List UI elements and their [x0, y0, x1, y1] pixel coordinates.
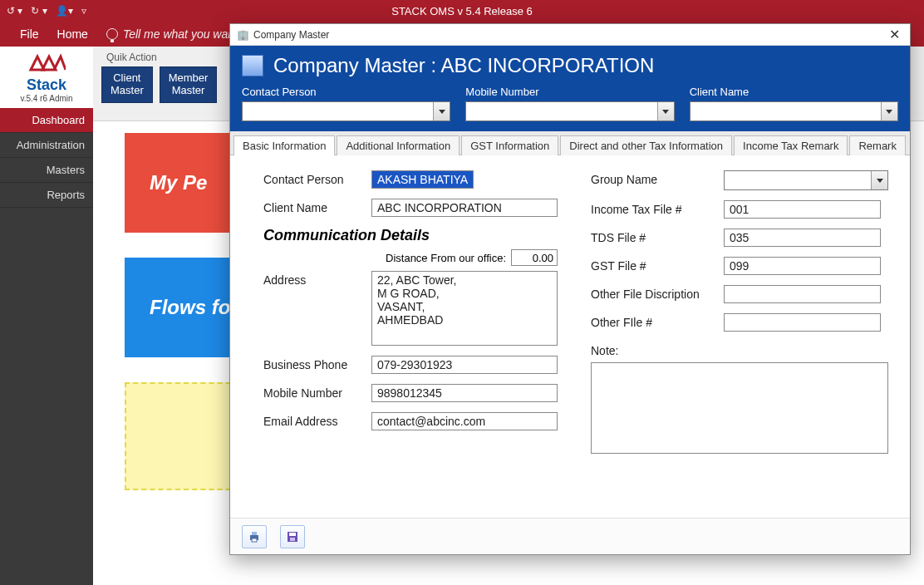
lightbulb-icon	[106, 28, 118, 40]
tab-strip: Basic Information Additional Information…	[230, 131, 910, 155]
client-name-label: Client Name	[263, 199, 363, 214]
note-label: Note:	[591, 342, 888, 357]
svg-rect-5	[290, 538, 295, 541]
income-tax-file-label: Income Tax File #	[591, 200, 715, 216]
filter-client-combo[interactable]	[690, 101, 898, 121]
dialog-footer	[230, 518, 910, 554]
tds-file-field[interactable]	[724, 229, 881, 247]
tab-additional-information[interactable]: Additional Information	[337, 135, 460, 155]
side-nav: Dashboard Administration Masters Reports	[0, 108, 93, 208]
user-icon[interactable]: 👤▾	[56, 5, 73, 17]
svg-rect-2	[252, 538, 257, 542]
card-blue-text: Flows for	[150, 296, 238, 319]
email-address-field[interactable]	[371, 412, 558, 430]
brand-block: Stack v.5.4 r6 Admin	[0, 47, 93, 108]
gst-file-field[interactable]	[724, 257, 881, 275]
tab-gst-information[interactable]: GST Information	[461, 135, 558, 155]
dialog-titlebar: 🏢 Company Master ✕	[230, 24, 910, 46]
filter-contact-combo[interactable]	[242, 101, 450, 121]
mobile-number-field[interactable]	[371, 384, 558, 402]
tellme-label: Tell me what you wan	[123, 27, 234, 41]
ribbon-home[interactable]: Home	[57, 27, 88, 41]
brand-name: Stack	[0, 76, 93, 94]
address-field[interactable]	[371, 271, 558, 346]
quick-access-toolbar: ↺ ▾ ↻ ▾ 👤▾ ▿	[0, 5, 86, 17]
mobile-number-label: Mobile Number	[263, 384, 363, 400]
card-red-text: My Pe	[150, 171, 207, 194]
dialog-window-title: Company Master	[253, 29, 329, 41]
tds-file-label: TDS File #	[591, 229, 715, 244]
client-master-l1: Client	[111, 72, 144, 85]
income-tax-file-field[interactable]	[724, 200, 881, 219]
other-file-field[interactable]	[724, 313, 881, 332]
chevron-down-icon[interactable]	[433, 102, 450, 120]
building-icon	[242, 55, 263, 76]
filter-client-label: Client Name	[690, 86, 898, 98]
ribbon-file[interactable]: File	[20, 27, 39, 41]
client-master-button[interactable]: Client Master	[101, 66, 153, 103]
app-titlebar: ↺ ▾ ↻ ▾ 👤▾ ▿ STACK OMS v 5.4 Release 6	[0, 0, 924, 22]
client-name-field[interactable]	[371, 199, 558, 217]
nav-dashboard[interactable]: Dashboard	[0, 108, 93, 133]
distance-field[interactable]	[511, 249, 558, 266]
chevron-down-icon[interactable]	[657, 102, 674, 120]
contact-person-label: Contact Person	[263, 170, 363, 186]
member-master-l1: Member	[169, 72, 209, 85]
undo-icon[interactable]: ↺ ▾	[7, 5, 22, 17]
filter-client-input[interactable]	[691, 102, 881, 120]
dialog-header: Company Master : ABC INCORPORATION Conta…	[230, 46, 910, 131]
contact-person-field[interactable]: AKASH BHATIYA	[371, 170, 474, 189]
filter-mobile-combo[interactable]	[465, 101, 674, 121]
tab-body: Contact Person AKASH BHATIYA Client Name…	[230, 155, 910, 518]
form-right-column: Group Name Income Tax File # TDS File # …	[591, 170, 888, 464]
form-left-column: Contact Person AKASH BHATIYA Client Name…	[263, 170, 558, 464]
note-field[interactable]	[591, 362, 888, 454]
dialog-heading: Company Master : ABC INCORPORATION	[273, 54, 654, 77]
group-name-combo[interactable]	[724, 170, 888, 190]
dialog-app-icon: 🏢	[237, 29, 248, 41]
client-master-l2: Master	[111, 85, 144, 97]
qat-overflow-icon[interactable]: ▿	[81, 5, 86, 17]
member-master-button[interactable]: Member Master	[160, 66, 218, 103]
other-file-desc-field[interactable]	[724, 285, 881, 303]
tab-remark[interactable]: Remark	[849, 135, 906, 155]
dialog-heading-row: Company Master : ABC INCORPORATION	[242, 54, 898, 77]
filter-contact-label: Contact Person	[242, 86, 450, 98]
filter-mobile-input[interactable]	[466, 102, 656, 120]
svg-rect-4	[289, 533, 296, 536]
tab-income-tax-remark[interactable]: Income Tax Remark	[734, 135, 848, 155]
stack-logo-icon	[27, 53, 66, 76]
redo-icon[interactable]: ↻ ▾	[31, 5, 47, 17]
app-title: STACK OMS v 5.4 Release 6	[391, 5, 533, 17]
nav-fill	[0, 208, 93, 585]
company-master-dialog: 🏢 Company Master ✕ Company Master : ABC …	[229, 23, 911, 555]
email-address-label: Email Address	[263, 412, 363, 428]
group-name-label: Group Name	[591, 170, 715, 186]
filter-mobile-label: Mobile Number	[465, 86, 674, 98]
filter-row: Contact Person Mobile Number Client Name	[242, 86, 898, 121]
save-button[interactable]	[280, 525, 305, 548]
filter-contact-input[interactable]	[243, 102, 433, 120]
business-phone-field[interactable]	[371, 356, 558, 374]
dialog-close-button[interactable]: ✕	[885, 26, 903, 44]
nav-administration[interactable]: Administration	[0, 133, 93, 158]
ribbon-tellme[interactable]: Tell me what you wan	[106, 27, 234, 41]
business-phone-label: Business Phone	[263, 356, 363, 371]
svg-rect-1	[252, 532, 257, 535]
nav-masters[interactable]: Masters	[0, 158, 93, 183]
address-label: Address	[263, 271, 363, 287]
other-file-desc-label: Other File Discription	[591, 285, 715, 301]
tab-basic-information[interactable]: Basic Information	[233, 135, 335, 155]
print-button[interactable]	[242, 525, 267, 548]
chevron-down-icon[interactable]	[871, 171, 887, 189]
distance-label: Distance From our office:	[386, 252, 506, 264]
brand-version: v.5.4 r6 Admin	[0, 94, 93, 103]
other-file-label: Other FIle #	[591, 313, 715, 329]
member-master-l2: Master	[169, 85, 209, 97]
group-name-input[interactable]	[725, 171, 871, 189]
chevron-down-icon[interactable]	[881, 102, 897, 120]
gst-file-label: GST File #	[591, 257, 715, 273]
nav-reports[interactable]: Reports	[0, 183, 93, 208]
communication-section-heading: Communication Details	[263, 227, 558, 244]
tab-direct-tax-information[interactable]: Direct and other Tax Information	[560, 135, 732, 155]
